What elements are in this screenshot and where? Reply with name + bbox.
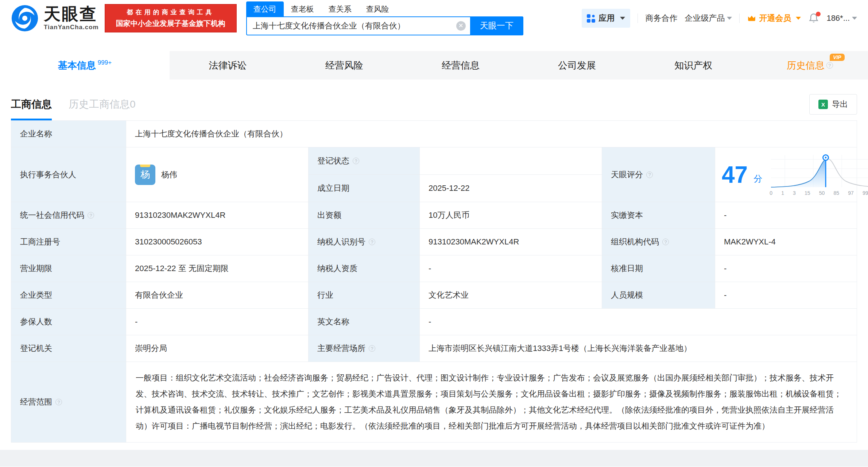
- chevron-down-icon: [796, 17, 801, 20]
- contribution-value: 10万人民币: [420, 202, 602, 228]
- business-scope-value: 一般项目：组织文化艺术交流活动；社会经济咨询服务；贸易经纪；广告设计、代理；图文…: [126, 362, 857, 442]
- search-tab-company[interactable]: 查公司: [246, 1, 284, 16]
- business-cooperation-link[interactable]: 商务合作: [645, 13, 677, 24]
- registration-status-label: 登记状态 ?: [309, 147, 420, 174]
- approval-date-label: 核准日期: [602, 255, 715, 282]
- search-tab-boss[interactable]: 查老板: [284, 1, 321, 16]
- subtab-bar: 工商信息 历史工商信息0 X 导出: [11, 80, 857, 120]
- tab-company-development[interactable]: 公司发展: [519, 51, 635, 80]
- help-icon[interactable]: ?: [55, 399, 62, 405]
- bell-curve-chart: [768, 154, 868, 190]
- registration-number-value: 310230005026053: [126, 229, 309, 255]
- tab-basic-info[interactable]: 基本信息 999+: [0, 51, 170, 80]
- enterprise-products-menu[interactable]: 企业级产品: [685, 13, 732, 24]
- credit-code-label: 统一社会信用代码?: [11, 202, 126, 228]
- score-distribution-chart: 01 315 5085 9799 100: [768, 154, 868, 196]
- registration-status-value: [420, 147, 602, 174]
- tianyan-score-value: 47 分: [715, 147, 868, 202]
- header-right-nav: 应用 商务合作 企业级产品 开通会员 186*...: [582, 9, 857, 28]
- search-button[interactable]: 天眼一下: [470, 16, 523, 35]
- taxpayer-qualification-value: -: [420, 255, 602, 282]
- company-type-value: 有限合伙企业: [126, 282, 309, 308]
- company-type-label: 企业类型: [11, 282, 126, 308]
- chart-x-ticks: 01 315 5085 9799 100: [770, 190, 868, 196]
- partner-name-link[interactable]: 杨伟: [161, 169, 177, 180]
- clear-search-icon[interactable]: ✕: [456, 21, 466, 31]
- apps-label: 应用: [598, 13, 615, 24]
- score-unit: 分: [753, 173, 762, 185]
- staff-size-label: 人员规模: [602, 282, 715, 308]
- tianyancha-eye-icon: [11, 4, 39, 32]
- logo-title: 天眼查: [44, 5, 99, 22]
- industry-value: 文化艺术业: [420, 282, 602, 308]
- business-scope-label: 经营范围?: [11, 362, 126, 442]
- establish-date-label: 成立日期: [309, 175, 420, 202]
- help-icon[interactable]: ?: [88, 212, 94, 219]
- business-address-value: 上海市崇明区长兴镇江南大道1333弄1号楼（上海长兴海洋装备产业基地）: [420, 335, 857, 362]
- help-icon[interactable]: ?: [369, 239, 375, 245]
- table-row: 统一社会信用代码? 91310230MAK2WYXL4R 出资额 10万人民币 …: [11, 202, 857, 229]
- tianyancha-logo[interactable]: 天眼查 TianYanCha.com: [11, 4, 99, 32]
- crown-icon: [747, 13, 756, 23]
- table-row: 经营范围? 一般项目：组织文化艺术交流活动；社会经济咨询服务；贸易经纪；广告设计…: [11, 362, 857, 442]
- subtab-history-business-info[interactable]: 历史工商信息0: [69, 97, 136, 120]
- apps-grid-icon: [587, 14, 595, 23]
- table-row: 登记机关 崇明分局 主要经营场所? 上海市崇明区长兴镇江南大道1333弄1号楼（…: [11, 335, 857, 362]
- english-name-value: -: [420, 309, 857, 335]
- english-name-label: 英文名称: [309, 309, 420, 335]
- search-area: 查公司 查老板 查关系 查风险 ✕ 天眼一下: [246, 1, 523, 35]
- top-header: 天眼查 TianYanCha.com 都在用的商业查询工具 国家中小企业发展子基…: [0, 0, 868, 36]
- help-icon[interactable]: ?: [353, 158, 359, 164]
- chevron-down-icon: [727, 17, 732, 20]
- search-tab-risk[interactable]: 查风险: [359, 1, 396, 16]
- vip-upgrade-menu[interactable]: 开通会员: [747, 13, 801, 24]
- tab-operation-risk[interactable]: 经营风险: [286, 51, 402, 80]
- help-icon[interactable]: ?: [646, 171, 653, 178]
- account-menu[interactable]: 186*...: [826, 13, 857, 23]
- vip-badge: VIP: [830, 54, 845, 61]
- apps-menu[interactable]: 应用: [582, 9, 630, 28]
- executive-partner-label: 执行事务合伙人: [11, 147, 126, 202]
- banner-line1: 都在用的商业查询工具: [127, 8, 214, 16]
- notifications-bell[interactable]: [808, 13, 819, 24]
- search-tab-relation[interactable]: 查关系: [321, 1, 359, 16]
- banner-line2: 国家中小企业发展子基金旗下机构: [116, 19, 225, 28]
- search-tabs: 查公司 查老板 查关系 查风险: [246, 1, 523, 16]
- avatar[interactable]: 杨: [135, 165, 155, 185]
- help-icon[interactable]: ?: [369, 345, 375, 352]
- subtab-business-info[interactable]: 工商信息: [11, 97, 52, 120]
- business-term-value: 2025-12-22 至 无固定期限: [126, 255, 309, 282]
- paid-capital-label: 实缴资本: [602, 202, 715, 228]
- tab-operation-info[interactable]: 经营信息: [402, 51, 519, 80]
- company-nav-tabs: 基本信息 999+ 法律诉讼 经营风险 经营信息 公司发展 知识产权 VIP 历…: [0, 51, 868, 80]
- search-input[interactable]: [247, 17, 456, 35]
- table-row: 参保人数 - 英文名称 -: [11, 309, 857, 335]
- org-code-label: 组织机构代码?: [602, 229, 715, 255]
- contribution-label: 出资额: [309, 202, 420, 228]
- tab-intellectual-property[interactable]: 知识产权: [635, 51, 752, 80]
- tab-history-info[interactable]: VIP 历史信息 ?: [752, 51, 868, 80]
- registration-authority-value: 崇明分局: [126, 335, 309, 362]
- score-number: 47: [722, 163, 748, 186]
- approval-date-value: -: [715, 255, 857, 282]
- taxpayer-id-value: 91310230MAK2WYXL4R: [420, 229, 602, 255]
- logo-subtitle: TianYanCha.com: [44, 24, 99, 31]
- count-badge: 999+: [98, 59, 112, 66]
- help-icon[interactable]: ?: [662, 239, 669, 245]
- tianyan-score-label: 天眼评分 ?: [602, 147, 715, 202]
- industry-label: 行业: [309, 282, 420, 308]
- establish-date-value: 2025-12-22: [420, 175, 602, 202]
- taxpayer-id-label: 纳税人识别号?: [309, 229, 420, 255]
- company-name-label: 企业名称: [11, 121, 126, 147]
- export-button[interactable]: X 导出: [809, 94, 857, 115]
- registration-number-label: 工商注册号: [11, 229, 126, 255]
- business-info-table: 企业名称 上海十七度文化传播合伙企业（有限合伙） 执行事务合伙人 杨 杨伟 登记…: [11, 120, 857, 443]
- help-icon[interactable]: ?: [826, 62, 833, 69]
- taxpayer-qualification-label: 纳税人资质: [309, 255, 420, 282]
- org-code-value: MAK2WYXL-4: [715, 229, 857, 255]
- table-row: 工商注册号 310230005026053 纳税人识别号? 91310230MA…: [11, 229, 857, 255]
- page-footer-background: [0, 450, 868, 467]
- paid-capital-value: -: [715, 202, 857, 228]
- tab-legal-proceedings[interactable]: 法律诉讼: [170, 51, 286, 80]
- registration-authority-label: 登记机关: [11, 335, 126, 362]
